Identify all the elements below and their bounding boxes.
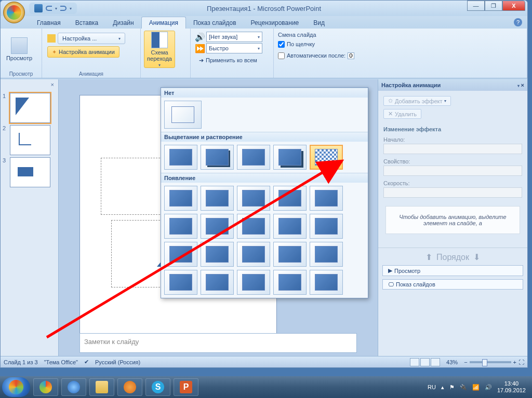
transition-appear-16[interactable] — [164, 270, 197, 295]
gallery-section-none: Нет — [161, 88, 368, 98]
transition-appear-18[interactable] — [237, 270, 270, 295]
transition-appear-3[interactable] — [237, 186, 270, 211]
tab-view[interactable]: Вид — [306, 17, 332, 29]
tray-volume-icon[interactable]: 🔊 — [485, 384, 492, 391]
auto-after-checkbox[interactable]: Автоматически после: — [278, 50, 354, 61]
transition-gallery: Нет Выцветание и растворение Появление — [161, 87, 368, 298]
transition-appear-5[interactable] — [310, 186, 343, 211]
transition-appear-17[interactable] — [201, 270, 234, 295]
on-click-checkbox[interactable]: По щелчку — [278, 39, 315, 49]
custom-animation-pane: Настройка анимации▾ × ✩Добавить эффект ▾… — [378, 79, 527, 356]
transition-appear-15[interactable] — [310, 242, 343, 267]
view-buttons — [410, 358, 440, 366]
auto-time-input[interactable] — [348, 52, 354, 59]
fit-button[interactable]: ⛶ — [518, 359, 524, 365]
animate-dropdown[interactable]: Настройка ...▾ — [58, 33, 125, 44]
normal-view-button[interactable] — [410, 358, 419, 366]
sound-combo[interactable]: [Нет звука]▾ — [206, 32, 262, 42]
tab-animation[interactable]: Анимация — [141, 17, 186, 29]
screen-icon: 🖵 — [388, 281, 394, 287]
tab-review[interactable]: Рецензирование — [244, 17, 307, 29]
transition-appear-14[interactable] — [273, 242, 307, 267]
transition-appear-10[interactable] — [310, 214, 343, 239]
transition-appear-2[interactable] — [201, 186, 234, 211]
taskbar-chrome[interactable] — [33, 378, 58, 396]
zoom-in-button[interactable]: + — [513, 359, 516, 365]
sorter-view-button[interactable] — [420, 358, 430, 366]
help-icon[interactable]: ? — [514, 18, 522, 26]
preview-button[interactable]: Просмотр — [4, 31, 35, 68]
speed-combo[interactable]: Быстро▾ — [206, 43, 262, 53]
tray-flag-icon[interactable]: ⚑ — [449, 384, 455, 391]
slide-thumb-1[interactable] — [10, 93, 50, 123]
remove-icon: ✕ — [388, 111, 393, 117]
tab-design[interactable]: Дизайн — [105, 17, 141, 29]
transition-appear-7[interactable] — [201, 214, 234, 239]
tab-insert[interactable]: Вставка — [68, 17, 106, 29]
slide-thumb-2[interactable] — [10, 125, 50, 155]
slide-thumb-3[interactable] — [10, 157, 50, 187]
minimize-button[interactable]: — — [467, 1, 485, 11]
add-effect-button[interactable]: ✩Добавить эффект ▾ — [383, 96, 451, 106]
thumbs-close[interactable]: × — [3, 81, 56, 91]
spellcheck-icon[interactable]: ✔ — [84, 359, 89, 365]
rpane-menu-icon[interactable]: ▾ — [517, 84, 520, 88]
start-button[interactable] — [2, 377, 30, 397]
close-button[interactable]: X — [502, 1, 525, 11]
transition-dissolve[interactable] — [310, 145, 343, 170]
taskbar-skype[interactable]: S — [145, 378, 170, 396]
notes-pane[interactable]: Заметки к слайду — [79, 333, 357, 353]
transition-fade-3[interactable] — [237, 145, 270, 170]
transition-appear-13[interactable] — [237, 242, 270, 267]
transition-fade-1[interactable] — [164, 145, 197, 170]
tray-network-icon[interactable]: 📶 — [472, 384, 480, 391]
tray-lang[interactable]: RU — [428, 384, 436, 390]
system-tray: RU ▴ ⚑ 🔌 📶 🔊 13:40 17.09.2012 — [428, 380, 530, 394]
zoom-out-button[interactable]: − — [464, 359, 467, 365]
tray-power-icon[interactable]: 🔌 — [460, 384, 467, 391]
transition-appear-9[interactable] — [273, 214, 307, 239]
transition-appear-6[interactable] — [164, 214, 197, 239]
transition-appear-11[interactable] — [164, 242, 197, 267]
gallery-section-fade: Выцветание и растворение — [161, 132, 368, 142]
tab-home[interactable]: Главная — [30, 17, 68, 29]
status-lang[interactable]: Русский (Россия) — [95, 359, 140, 365]
tray-clock[interactable]: 13:40 17.09.2012 — [497, 380, 526, 394]
transition-appear-12[interactable] — [201, 242, 234, 267]
custom-animation-label: Настройка анимации — [59, 49, 115, 55]
rpane-preview-button[interactable]: ▶Просмотр — [382, 265, 523, 276]
status-theme: "Тема Office" — [44, 359, 78, 365]
transition-fade-2[interactable] — [201, 145, 234, 170]
thumb-num-2: 2 — [3, 125, 8, 131]
transition-appear-20[interactable] — [310, 270, 343, 295]
speed-value: Быстро — [209, 45, 229, 51]
taskbar-powerpoint[interactable]: P — [174, 378, 198, 396]
transition-appear-4[interactable] — [273, 186, 307, 211]
tray-expand-icon[interactable]: ▴ — [441, 384, 444, 391]
transition-appear-1[interactable] — [164, 186, 197, 211]
zoom-value: 43% — [446, 359, 458, 365]
zoom-slider[interactable] — [470, 361, 511, 363]
tab-slideshow[interactable]: Показ слайдов — [186, 17, 244, 29]
slideshow-view-button[interactable] — [431, 358, 440, 366]
transition-scheme-button[interactable]: Схема перехода▾ — [144, 31, 175, 68]
transition-fade-4[interactable] — [273, 145, 307, 170]
tray-time: 13:40 — [497, 380, 526, 387]
maximize-button[interactable]: ❐ — [485, 1, 502, 11]
apply-all-button[interactable]: ➔Применить ко всем — [195, 54, 261, 66]
apply-icon: ➔ — [199, 57, 204, 64]
taskbar-mediaplayer[interactable] — [117, 378, 142, 396]
start-combo — [383, 144, 522, 154]
transition-appear-8[interactable] — [237, 214, 270, 239]
custom-animation-button[interactable]: ✦Настройка анимации — [47, 46, 119, 58]
transition-none[interactable] — [164, 101, 202, 129]
star-add-icon: ✩ — [388, 98, 393, 104]
rpane-slideshow-button[interactable]: 🖵Показ слайдов — [382, 279, 523, 290]
add-effect-label: Добавить эффект — [395, 98, 442, 104]
taskbar-explorer[interactable] — [89, 378, 114, 396]
transition-appear-19[interactable] — [273, 270, 307, 295]
rpane-close-icon[interactable]: × — [521, 82, 524, 88]
taskbar-ie[interactable] — [61, 378, 86, 396]
office-button[interactable] — [3, 2, 25, 23]
rpane-title: Настройка анимации — [381, 82, 441, 88]
